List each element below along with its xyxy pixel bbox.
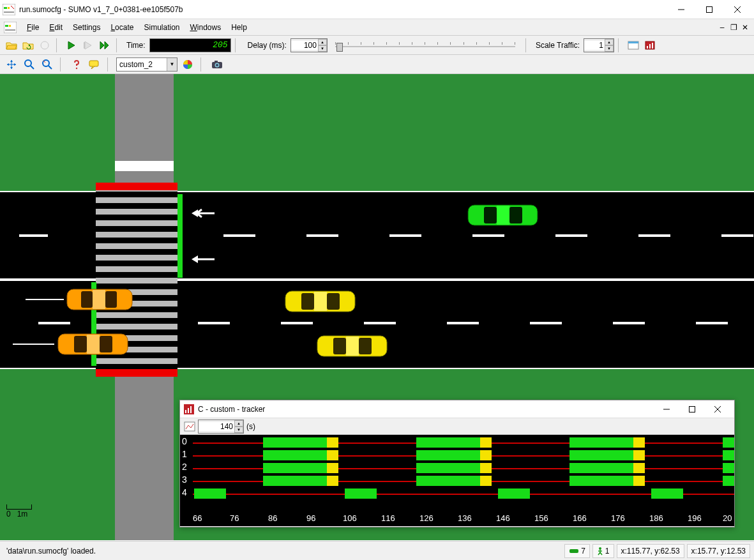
svg-rect-38 xyxy=(105,291,117,308)
spin-up-icon[interactable]: ▲ xyxy=(605,39,614,45)
view-scheme-select[interactable]: custom_2 ▼ xyxy=(116,57,177,72)
scale-traffic-input[interactable]: ▲▼ xyxy=(584,38,614,52)
phase-yellow xyxy=(633,476,645,486)
chevron-down-icon[interactable]: ▼ xyxy=(167,58,177,71)
svg-rect-33 xyxy=(333,338,346,354)
reload-button[interactable] xyxy=(20,38,36,53)
color-wheel-button[interactable] xyxy=(180,57,195,72)
phase-green xyxy=(416,437,480,448)
status-message: 'data\run.sumocfg' loaded. xyxy=(4,547,562,556)
tooltip-button[interactable] xyxy=(87,57,102,72)
tracker-titlebar[interactable]: C - custom - tracker xyxy=(180,400,734,418)
stopbar xyxy=(115,161,174,171)
phase-yellow xyxy=(480,450,492,460)
delay-input[interactable]: ▲▼ xyxy=(290,38,328,52)
phase-yellow xyxy=(480,476,492,486)
tracker-close-button[interactable] xyxy=(705,401,730,418)
scale-ruler: 0 1m xyxy=(6,504,32,518)
phase-yellow xyxy=(633,450,645,460)
signal-line xyxy=(26,299,64,300)
help-button[interactable] xyxy=(69,57,84,72)
statusbar: 'data\run.sumocfg' loaded. 7 1 x:115.77,… xyxy=(0,541,754,560)
tracker-chart[interactable]: 0 1 2 3 4 xyxy=(180,435,734,526)
tracker-row-label: 4 xyxy=(182,487,187,497)
open-button[interactable] xyxy=(4,38,19,53)
play-button[interactable] xyxy=(64,38,79,53)
simulation-viewport[interactable]: 0 1m C - custom - tracker ▲▼ (s) 0 1 2 3… xyxy=(0,74,754,540)
phase-green xyxy=(498,488,530,499)
svg-rect-25 xyxy=(484,207,497,223)
phase-green xyxy=(569,450,633,460)
svg-rect-26 xyxy=(509,207,522,223)
mdi-close-icon[interactable]: ✕ xyxy=(740,23,750,32)
delay-slider[interactable] xyxy=(333,38,518,52)
delay-label: Delay (ms): xyxy=(248,41,287,50)
svg-rect-1 xyxy=(4,7,7,9)
vehicle[interactable] xyxy=(56,331,130,358)
time-label: Time: xyxy=(126,41,146,50)
save-button[interactable] xyxy=(37,38,52,53)
phase-green xyxy=(263,437,327,448)
aggregation-icon[interactable] xyxy=(184,421,195,432)
vehicle[interactable] xyxy=(283,288,357,315)
scale-traffic-label: Scale Traffic: xyxy=(536,41,580,50)
spin-up-icon[interactable]: ▲ xyxy=(234,420,243,427)
phase-yellow xyxy=(633,437,645,448)
recenter-button[interactable] xyxy=(4,57,19,72)
vehicle[interactable] xyxy=(466,202,539,229)
svg-rect-4 xyxy=(4,22,17,33)
menu-edit[interactable]: Edit xyxy=(44,22,68,33)
tracker-maximize-button[interactable] xyxy=(679,401,705,418)
vehicle[interactable] xyxy=(315,333,389,359)
menu-windows[interactable]: Windows xyxy=(185,22,227,33)
zoom-button[interactable] xyxy=(22,57,37,72)
mdi-restore-icon[interactable]: ❐ xyxy=(728,23,739,32)
tracker-window[interactable]: C - custom - tracker ▲▼ (s) 0 1 2 3 4 xyxy=(179,400,735,527)
phase-green xyxy=(569,476,633,486)
spin-down-icon[interactable]: ▼ xyxy=(234,427,243,433)
svg-rect-8 xyxy=(84,42,85,49)
tracker-window-input[interactable]: ▲▼ xyxy=(198,420,244,434)
status-coord-screen: x:15.77, y:12.53 xyxy=(687,544,750,558)
maximize-button[interactable] xyxy=(695,1,723,19)
menu-settings[interactable]: Settings xyxy=(68,22,105,33)
car-icon xyxy=(569,548,579,554)
close-button[interactable] xyxy=(723,1,751,19)
phase-green xyxy=(569,463,633,473)
menu-simulation[interactable]: Simulation xyxy=(139,22,185,33)
svg-rect-43 xyxy=(87,335,100,354)
svg-rect-42 xyxy=(100,336,112,352)
tracker-minimize-button[interactable] xyxy=(654,401,679,418)
person-icon xyxy=(597,547,603,556)
menu-help[interactable]: Help xyxy=(226,22,252,33)
svg-rect-18 xyxy=(89,61,98,66)
spin-down-icon[interactable]: ▼ xyxy=(318,45,327,52)
svg-rect-6 xyxy=(9,25,11,27)
status-coord-world: x:115.77, y:62.53 xyxy=(617,544,684,558)
time-display: 205 xyxy=(149,38,231,52)
vehicle[interactable] xyxy=(65,286,134,313)
svg-rect-50 xyxy=(569,549,578,553)
stop-button[interactable] xyxy=(80,38,96,53)
view-toolbar: custom_2 ▼ xyxy=(0,55,754,74)
spin-down-icon[interactable]: ▼ xyxy=(605,45,614,52)
svg-rect-46 xyxy=(188,408,189,413)
tracker-title-text: C - custom - tracker xyxy=(198,405,654,414)
locate-button[interactable] xyxy=(40,57,55,72)
signal-line xyxy=(13,344,54,345)
svg-rect-35 xyxy=(346,337,359,356)
mdi-minimize-icon[interactable]: – xyxy=(717,23,727,32)
screenshot-button[interactable] xyxy=(209,57,225,72)
svg-rect-45 xyxy=(185,410,186,413)
phase-green xyxy=(723,476,734,486)
spin-up-icon[interactable]: ▲ xyxy=(318,39,327,45)
stats-button[interactable] xyxy=(642,38,658,53)
tracker-toolbar: ▲▼ (s) xyxy=(180,418,734,435)
phase-yellow xyxy=(327,476,338,486)
minimize-button[interactable] xyxy=(667,1,695,19)
menu-file[interactable]: File xyxy=(22,22,44,33)
step-button[interactable] xyxy=(97,38,112,53)
views-button[interactable] xyxy=(626,38,641,53)
menu-locate[interactable]: Locate xyxy=(105,22,139,33)
svg-rect-0 xyxy=(3,4,15,15)
